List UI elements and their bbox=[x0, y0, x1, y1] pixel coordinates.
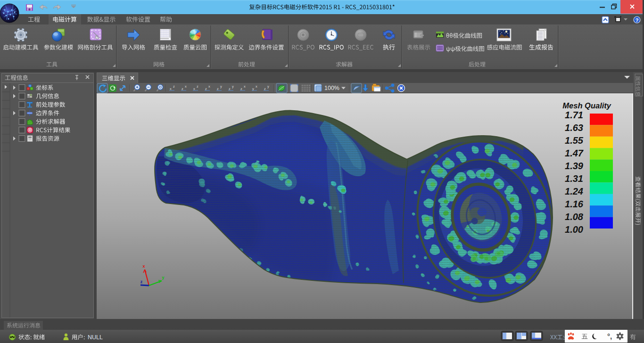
svg-text:1.24: 1.24 bbox=[565, 186, 583, 196]
svg-text:y: y bbox=[220, 84, 222, 89]
svg-text:1.31: 1.31 bbox=[565, 173, 583, 184]
svg-text:NULL: NULL bbox=[88, 334, 103, 341]
svg-text:x: x bbox=[256, 84, 257, 89]
svg-text:1.63: 1.63 bbox=[565, 122, 583, 133]
svg-text:z: z bbox=[197, 84, 198, 89]
svg-text:x: x bbox=[208, 84, 210, 89]
svg-text:1.55: 1.55 bbox=[565, 135, 584, 146]
svg-text:x: x bbox=[185, 84, 187, 89]
svg-text:1.39: 1.39 bbox=[565, 161, 584, 171]
svg-text:Mesh Quality: Mesh Quality bbox=[562, 101, 611, 110]
svg-text:y: y bbox=[232, 84, 234, 89]
svg-text:1.47: 1.47 bbox=[565, 148, 584, 158]
svg-text:y: y bbox=[162, 275, 164, 280]
svg-text:1.71: 1.71 bbox=[565, 110, 583, 120]
svg-text:x: x bbox=[142, 264, 145, 269]
svg-text:z: z bbox=[173, 84, 175, 89]
svg-text:1.00: 1.00 bbox=[565, 224, 583, 235]
svg-text:y: y bbox=[267, 84, 269, 89]
svg-text:°,: °, bbox=[607, 332, 612, 340]
svg-text:z: z bbox=[140, 279, 143, 284]
svg-text:?: ? bbox=[636, 17, 639, 23]
svg-text:1.08: 1.08 bbox=[565, 212, 584, 222]
svg-text:1.16: 1.16 bbox=[565, 199, 584, 209]
svg-text:x: x bbox=[244, 84, 246, 89]
svg-text:100%: 100% bbox=[324, 85, 339, 91]
